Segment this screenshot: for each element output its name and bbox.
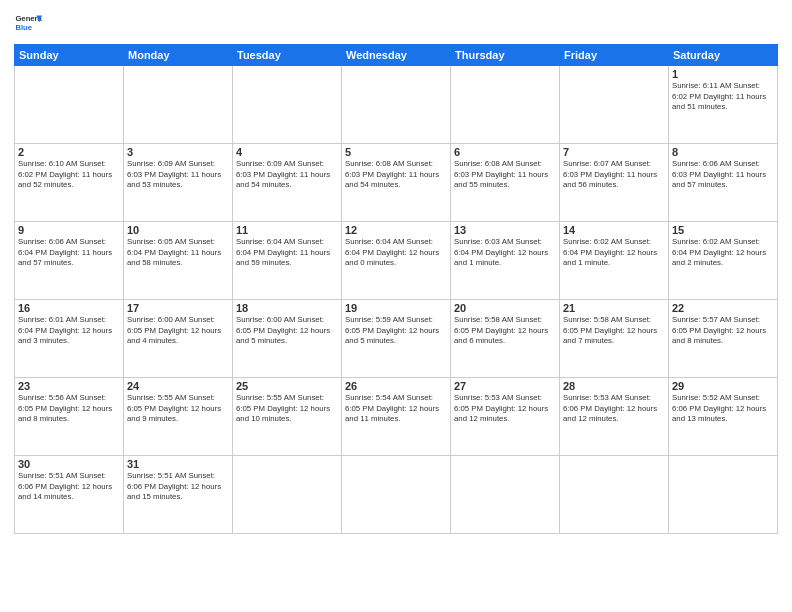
calendar-cell: 6Sunrise: 6:08 AM Sunset: 6:03 PM Daylig…: [451, 144, 560, 222]
calendar-cell: 1Sunrise: 6:11 AM Sunset: 6:02 PM Daylig…: [669, 66, 778, 144]
calendar-cell: 11Sunrise: 6:04 AM Sunset: 6:04 PM Dayli…: [233, 222, 342, 300]
calendar-cell: 17Sunrise: 6:00 AM Sunset: 6:05 PM Dayli…: [124, 300, 233, 378]
day-info: Sunrise: 6:00 AM Sunset: 6:05 PM Dayligh…: [236, 315, 338, 347]
calendar-cell: 20Sunrise: 5:58 AM Sunset: 6:05 PM Dayli…: [451, 300, 560, 378]
calendar-cell: 23Sunrise: 5:56 AM Sunset: 6:05 PM Dayli…: [15, 378, 124, 456]
svg-text:Blue: Blue: [15, 23, 32, 32]
day-info: Sunrise: 6:08 AM Sunset: 6:03 PM Dayligh…: [345, 159, 447, 191]
day-info: Sunrise: 6:09 AM Sunset: 6:03 PM Dayligh…: [127, 159, 229, 191]
calendar-cell: [560, 66, 669, 144]
day-number: 28: [563, 380, 665, 392]
day-number: 17: [127, 302, 229, 314]
calendar-cell: 31Sunrise: 5:51 AM Sunset: 6:06 PM Dayli…: [124, 456, 233, 534]
day-info: Sunrise: 5:52 AM Sunset: 6:06 PM Dayligh…: [672, 393, 774, 425]
day-number: 9: [18, 224, 120, 236]
day-info: Sunrise: 6:08 AM Sunset: 6:03 PM Dayligh…: [454, 159, 556, 191]
day-number: 12: [345, 224, 447, 236]
logo: General Blue: [14, 10, 42, 38]
calendar-week-row: 16Sunrise: 6:01 AM Sunset: 6:04 PM Dayli…: [15, 300, 778, 378]
day-number: 2: [18, 146, 120, 158]
day-number: 29: [672, 380, 774, 392]
day-number: 25: [236, 380, 338, 392]
calendar-cell: 10Sunrise: 6:05 AM Sunset: 6:04 PM Dayli…: [124, 222, 233, 300]
day-info: Sunrise: 5:53 AM Sunset: 6:06 PM Dayligh…: [563, 393, 665, 425]
calendar-cell: 8Sunrise: 6:06 AM Sunset: 6:03 PM Daylig…: [669, 144, 778, 222]
calendar-week-row: 30Sunrise: 5:51 AM Sunset: 6:06 PM Dayli…: [15, 456, 778, 534]
calendar-cell: 12Sunrise: 6:04 AM Sunset: 6:04 PM Dayli…: [342, 222, 451, 300]
calendar-cell: 24Sunrise: 5:55 AM Sunset: 6:05 PM Dayli…: [124, 378, 233, 456]
calendar-week-row: 23Sunrise: 5:56 AM Sunset: 6:05 PM Dayli…: [15, 378, 778, 456]
calendar-cell: 14Sunrise: 6:02 AM Sunset: 6:04 PM Dayli…: [560, 222, 669, 300]
day-info: Sunrise: 5:56 AM Sunset: 6:05 PM Dayligh…: [18, 393, 120, 425]
calendar-cell: 30Sunrise: 5:51 AM Sunset: 6:06 PM Dayli…: [15, 456, 124, 534]
calendar-week-row: 2Sunrise: 6:10 AM Sunset: 6:02 PM Daylig…: [15, 144, 778, 222]
day-info: Sunrise: 6:10 AM Sunset: 6:02 PM Dayligh…: [18, 159, 120, 191]
calendar-week-row: 1Sunrise: 6:11 AM Sunset: 6:02 PM Daylig…: [15, 66, 778, 144]
day-info: Sunrise: 6:00 AM Sunset: 6:05 PM Dayligh…: [127, 315, 229, 347]
day-number: 4: [236, 146, 338, 158]
day-info: Sunrise: 6:05 AM Sunset: 6:04 PM Dayligh…: [127, 237, 229, 269]
day-number: 13: [454, 224, 556, 236]
calendar-cell: [233, 66, 342, 144]
day-info: Sunrise: 6:04 AM Sunset: 6:04 PM Dayligh…: [236, 237, 338, 269]
day-number: 10: [127, 224, 229, 236]
calendar-cell: 26Sunrise: 5:54 AM Sunset: 6:05 PM Dayli…: [342, 378, 451, 456]
day-info: Sunrise: 5:58 AM Sunset: 6:05 PM Dayligh…: [563, 315, 665, 347]
generalblue-logo-icon: General Blue: [14, 10, 42, 38]
day-info: Sunrise: 5:53 AM Sunset: 6:05 PM Dayligh…: [454, 393, 556, 425]
weekday-header-saturday: Saturday: [669, 45, 778, 66]
day-number: 14: [563, 224, 665, 236]
calendar-cell: 28Sunrise: 5:53 AM Sunset: 6:06 PM Dayli…: [560, 378, 669, 456]
day-number: 19: [345, 302, 447, 314]
day-info: Sunrise: 5:55 AM Sunset: 6:05 PM Dayligh…: [236, 393, 338, 425]
calendar-table: SundayMondayTuesdayWednesdayThursdayFrid…: [14, 44, 778, 534]
day-number: 6: [454, 146, 556, 158]
day-info: Sunrise: 5:54 AM Sunset: 6:05 PM Dayligh…: [345, 393, 447, 425]
day-info: Sunrise: 5:57 AM Sunset: 6:05 PM Dayligh…: [672, 315, 774, 347]
day-info: Sunrise: 6:09 AM Sunset: 6:03 PM Dayligh…: [236, 159, 338, 191]
calendar-cell: 18Sunrise: 6:00 AM Sunset: 6:05 PM Dayli…: [233, 300, 342, 378]
calendar-cell: 16Sunrise: 6:01 AM Sunset: 6:04 PM Dayli…: [15, 300, 124, 378]
day-number: 20: [454, 302, 556, 314]
calendar-cell: [15, 66, 124, 144]
calendar-cell: [124, 66, 233, 144]
calendar-cell: 5Sunrise: 6:08 AM Sunset: 6:03 PM Daylig…: [342, 144, 451, 222]
day-number: 26: [345, 380, 447, 392]
weekday-header-thursday: Thursday: [451, 45, 560, 66]
calendar-cell: [560, 456, 669, 534]
day-number: 22: [672, 302, 774, 314]
day-number: 30: [18, 458, 120, 470]
day-number: 5: [345, 146, 447, 158]
weekday-header-sunday: Sunday: [15, 45, 124, 66]
calendar-cell: 15Sunrise: 6:02 AM Sunset: 6:04 PM Dayli…: [669, 222, 778, 300]
calendar-cell: [451, 456, 560, 534]
calendar-cell: 7Sunrise: 6:07 AM Sunset: 6:03 PM Daylig…: [560, 144, 669, 222]
calendar-cell: [451, 66, 560, 144]
calendar-cell: 19Sunrise: 5:59 AM Sunset: 6:05 PM Dayli…: [342, 300, 451, 378]
day-info: Sunrise: 6:06 AM Sunset: 6:04 PM Dayligh…: [18, 237, 120, 269]
calendar-cell: 29Sunrise: 5:52 AM Sunset: 6:06 PM Dayli…: [669, 378, 778, 456]
day-number: 7: [563, 146, 665, 158]
weekday-header-tuesday: Tuesday: [233, 45, 342, 66]
calendar-cell: 4Sunrise: 6:09 AM Sunset: 6:03 PM Daylig…: [233, 144, 342, 222]
day-info: Sunrise: 6:03 AM Sunset: 6:04 PM Dayligh…: [454, 237, 556, 269]
day-info: Sunrise: 5:58 AM Sunset: 6:05 PM Dayligh…: [454, 315, 556, 347]
calendar-cell: 21Sunrise: 5:58 AM Sunset: 6:05 PM Dayli…: [560, 300, 669, 378]
day-number: 23: [18, 380, 120, 392]
day-number: 31: [127, 458, 229, 470]
calendar-cell: 9Sunrise: 6:06 AM Sunset: 6:04 PM Daylig…: [15, 222, 124, 300]
day-number: 21: [563, 302, 665, 314]
weekday-header-monday: Monday: [124, 45, 233, 66]
day-number: 8: [672, 146, 774, 158]
weekday-header-row: SundayMondayTuesdayWednesdayThursdayFrid…: [15, 45, 778, 66]
day-info: Sunrise: 6:02 AM Sunset: 6:04 PM Dayligh…: [563, 237, 665, 269]
calendar-cell: 13Sunrise: 6:03 AM Sunset: 6:04 PM Dayli…: [451, 222, 560, 300]
day-number: 1: [672, 68, 774, 80]
calendar-cell: [233, 456, 342, 534]
day-number: 15: [672, 224, 774, 236]
day-number: 3: [127, 146, 229, 158]
day-number: 27: [454, 380, 556, 392]
calendar-cell: 22Sunrise: 5:57 AM Sunset: 6:05 PM Dayli…: [669, 300, 778, 378]
weekday-header-friday: Friday: [560, 45, 669, 66]
day-number: 11: [236, 224, 338, 236]
